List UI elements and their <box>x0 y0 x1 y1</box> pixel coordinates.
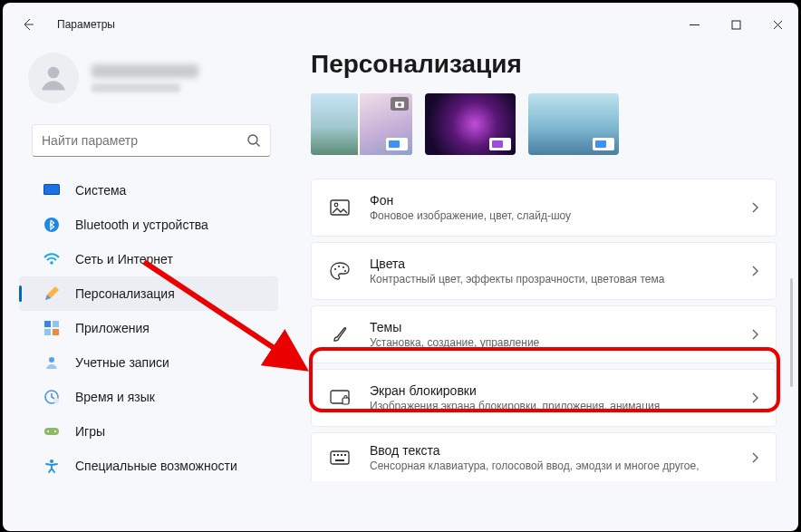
maximize-button[interactable] <box>715 9 757 40</box>
sidebar-item-apps[interactable]: Приложения <box>19 311 278 345</box>
svg-rect-27 <box>343 398 349 404</box>
keyboard-icon <box>328 446 352 469</box>
titlebar: Параметры <box>3 3 798 46</box>
network-icon <box>43 250 61 268</box>
svg-rect-33 <box>335 459 344 461</box>
sidebar-item-accounts[interactable]: Учетные записи <box>19 345 278 380</box>
card-subtitle: Изображения экрана блокировки, приложени… <box>370 400 751 412</box>
avatar <box>28 53 79 103</box>
theme-preview-1[interactable] <box>311 93 412 155</box>
chevron-right-icon <box>751 265 759 277</box>
sidebar-item-gaming[interactable]: Игры <box>19 414 278 449</box>
palette-icon <box>328 259 352 283</box>
svg-point-15 <box>47 430 49 432</box>
svg-rect-30 <box>337 454 339 456</box>
card-colors[interactable]: Цвета Контрастный цвет, эффекты прозрачн… <box>311 242 777 300</box>
lockscreen-icon <box>328 386 352 410</box>
theme-preview-2[interactable] <box>425 93 516 155</box>
brush-icon <box>328 323 352 346</box>
card-subtitle: Контрастный цвет, эффекты прозрачности, … <box>370 273 751 285</box>
svg-rect-4 <box>44 185 59 194</box>
scrollbar[interactable] <box>790 278 793 522</box>
svg-rect-7 <box>44 321 51 327</box>
minimize-icon <box>690 20 700 30</box>
card-title: Цвета <box>370 256 751 271</box>
svg-point-11 <box>49 357 54 363</box>
system-icon <box>43 181 61 199</box>
nav-list: Система Bluetooth и устройства Сеть и Ин… <box>12 173 285 483</box>
time-icon <box>43 388 61 406</box>
close-icon <box>773 20 783 30</box>
window-controls <box>673 9 798 40</box>
svg-rect-14 <box>44 428 59 435</box>
sidebar-item-bluetooth[interactable]: Bluetooth и устройства <box>19 208 278 242</box>
apps-icon <box>43 319 61 337</box>
svg-point-24 <box>343 266 344 268</box>
accounts-icon <box>43 353 61 372</box>
theme-preview-row <box>311 93 777 155</box>
nav-label: Приложения <box>75 321 150 335</box>
chevron-right-icon <box>751 201 759 214</box>
svg-point-17 <box>50 459 53 463</box>
svg-point-21 <box>334 203 338 207</box>
nav-label: Сеть и Интернет <box>75 252 173 266</box>
card-title: Фон <box>370 193 751 208</box>
nav-label: Время и язык <box>75 390 155 404</box>
close-button[interactable] <box>757 9 798 40</box>
svg-rect-0 <box>732 21 740 29</box>
svg-point-16 <box>54 430 56 432</box>
card-title: Темы <box>370 320 751 334</box>
svg-rect-29 <box>333 454 335 456</box>
svg-point-6 <box>50 261 53 265</box>
search-input[interactable] <box>42 133 246 148</box>
chevron-right-icon <box>751 451 759 464</box>
bluetooth-icon <box>43 216 61 234</box>
sidebar-item-accessibility[interactable]: Специальные возможности <box>19 449 278 483</box>
card-subtitle: Сенсорная клавиатура, голосовой ввод, эм… <box>370 459 751 472</box>
sidebar-item-personalization[interactable]: Персонализация <box>19 276 278 311</box>
settings-list: Фон Фоновое изображение, цвет, слайд-шоу… <box>311 179 777 481</box>
svg-point-25 <box>344 270 346 272</box>
theme-preview-3[interactable] <box>528 93 619 155</box>
sidebar-item-network[interactable]: Сеть и Интернет <box>19 242 278 276</box>
personalization-icon <box>43 285 61 303</box>
chevron-right-icon <box>751 392 759 404</box>
profile-text <box>92 64 198 92</box>
sidebar-item-time[interactable]: Время и язык <box>19 380 278 414</box>
svg-point-2 <box>248 135 257 144</box>
nav-label: Система <box>75 183 126 198</box>
nav-label: Специальные возможности <box>75 459 237 473</box>
back-button[interactable] <box>15 12 41 37</box>
nav-label: Игры <box>75 424 105 439</box>
card-themes[interactable]: Темы Установка, создание, управление <box>311 305 777 363</box>
page-title: Персонализация <box>311 50 777 79</box>
picture-icon <box>328 196 352 219</box>
taskbar-preview <box>593 138 614 150</box>
main-content: Персонализация <box>291 46 798 531</box>
minimize-button[interactable] <box>673 9 715 40</box>
card-lockscreen[interactable]: Экран блокировки Изображения экрана блок… <box>311 369 777 427</box>
gaming-icon <box>43 422 61 440</box>
window-title: Параметры <box>57 18 115 31</box>
taskbar-preview <box>489 138 511 150</box>
nav-label: Персонализация <box>75 286 175 301</box>
card-subtitle: Установка, создание, управление <box>370 336 751 349</box>
settings-window: Параметры <box>3 3 798 531</box>
search-box[interactable] <box>32 124 271 157</box>
svg-point-22 <box>334 268 336 270</box>
card-subtitle: Фоновое изображение, цвет, слайд-шоу <box>370 209 751 222</box>
card-title: Ввод текста <box>370 443 751 458</box>
scrollbar-thumb[interactable] <box>790 278 793 387</box>
svg-point-19 <box>398 102 401 106</box>
card-background[interactable]: Фон Фоновое изображение, цвет, слайд-шоу <box>311 179 777 237</box>
svg-point-1 <box>48 67 60 79</box>
nav-label: Bluetooth и устройства <box>75 218 208 232</box>
card-textinput[interactable]: Ввод текста Сенсорная клавиатура, голосо… <box>311 432 777 481</box>
sidebar-item-system[interactable]: Система <box>19 173 278 208</box>
taskbar-preview <box>386 138 408 150</box>
svg-rect-8 <box>53 321 59 327</box>
svg-rect-32 <box>344 454 346 456</box>
user-name-blurred <box>92 64 198 78</box>
svg-rect-10 <box>53 329 59 335</box>
profile-block[interactable] <box>12 46 285 110</box>
